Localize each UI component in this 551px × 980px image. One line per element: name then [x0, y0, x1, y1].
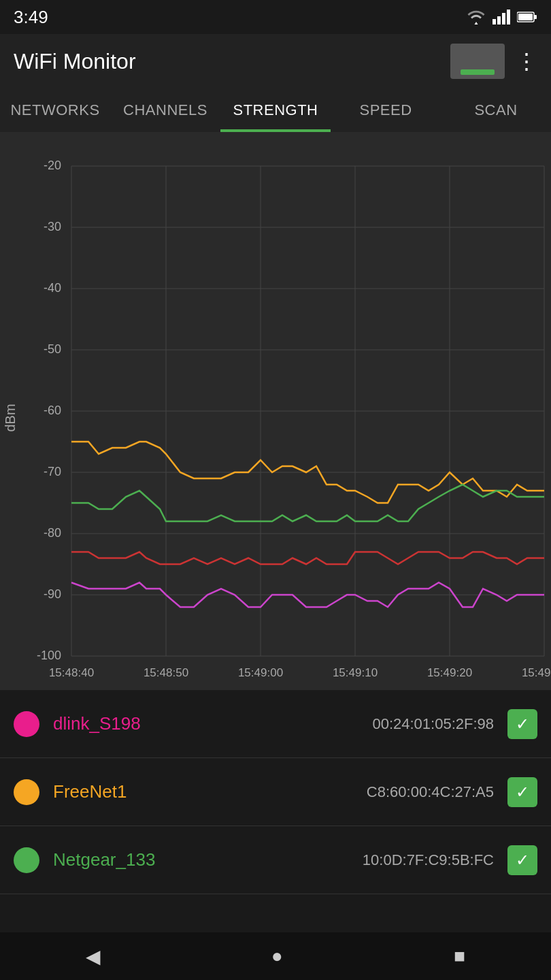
network-dot-netgear [14, 847, 39, 873]
network-dot-dlink [14, 711, 39, 737]
network-list: dlink_S198 00:24:01:05:2F:98 ✓ FreeNet1 … [0, 690, 551, 894]
nav-recent-button[interactable]: ■ [454, 945, 465, 967]
status-icons [467, 10, 537, 24]
tab-bar: NETWORKS CHANNELS STRENGTH SPEED SCAN [0, 88, 551, 132]
network-item-netgear[interactable]: Netgear_133 10:0D:7F:C9:5B:FC ✓ [0, 826, 551, 894]
svg-rect-0 [492, 19, 496, 24]
svg-text:dBm: dBm [3, 404, 18, 431]
svg-rect-3 [507, 10, 510, 24]
battery-icon [517, 11, 537, 23]
strength-chart: dBm -20 -30 -40 -50 -60 -70 -80 -90 -100 [0, 132, 551, 690]
svg-text:-60: -60 [44, 404, 61, 417]
svg-text:-20: -20 [44, 159, 61, 172]
svg-text:15:49:30: 15:49:30 [522, 666, 551, 679]
network-name-freenet: FreeNet1 [53, 781, 367, 802]
bottom-nav: ◀ ● ■ [0, 932, 551, 980]
svg-text:-70: -70 [44, 465, 61, 478]
checkbox-dlink[interactable]: ✓ [507, 709, 537, 739]
signal-icon [492, 10, 510, 24]
tab-channels[interactable]: CHANNELS [110, 88, 220, 132]
checkbox-netgear[interactable]: ✓ [507, 845, 537, 875]
svg-text:15:49:00: 15:49:00 [238, 666, 283, 679]
more-icon[interactable]: ⋮ [516, 48, 537, 74]
network-name-dlink: dlink_S198 [53, 713, 372, 734]
network-mac-freenet: C8:60:00:4C:27:A5 [367, 783, 494, 801]
nav-back-button[interactable]: ◀ [86, 945, 101, 968]
checkbox-freenet[interactable]: ✓ [507, 777, 537, 807]
network-mac-dlink: 00:24:01:05:2F:98 [372, 715, 494, 733]
svg-text:15:48:50: 15:48:50 [144, 666, 188, 679]
tab-speed[interactable]: SPEED [331, 88, 441, 132]
svg-text:-30: -30 [44, 220, 61, 233]
network-mac-netgear: 10:0D:7F:C9:5B:FC [363, 851, 494, 869]
screen-icon-bar [461, 69, 495, 75]
app-bar-actions: ⋮ [450, 44, 537, 79]
svg-text:-90: -90 [44, 587, 61, 601]
network-dot-freenet [14, 779, 39, 805]
svg-text:-50: -50 [44, 342, 61, 356]
network-name-netgear: Netgear_133 [53, 849, 363, 870]
nav-home-button[interactable]: ● [271, 945, 283, 967]
svg-rect-5 [534, 15, 537, 19]
wifi-icon [467, 10, 486, 24]
svg-text:15:49:20: 15:49:20 [427, 666, 472, 679]
status-bar: 3:49 [0, 0, 551, 34]
svg-rect-1 [497, 16, 501, 24]
status-time: 3:49 [14, 7, 48, 28]
screen-icon[interactable] [450, 44, 505, 79]
svg-text:-100: -100 [37, 649, 61, 662]
network-item-dlink[interactable]: dlink_S198 00:24:01:05:2F:98 ✓ [0, 690, 551, 758]
tab-strength[interactable]: STRENGTH [220, 88, 331, 132]
svg-text:-80: -80 [44, 526, 61, 540]
tab-scan[interactable]: SCAN [441, 88, 551, 132]
app-bar: WiFi Monitor ⋮ [0, 34, 551, 88]
chart-container: dBm -20 -30 -40 -50 -60 -70 -80 -90 -100 [0, 132, 551, 690]
svg-rect-6 [518, 14, 533, 20]
svg-text:-40: -40 [44, 281, 61, 295]
svg-text:15:48:40: 15:48:40 [49, 666, 94, 679]
svg-rect-2 [502, 13, 505, 24]
app-title: WiFi Monitor [14, 49, 136, 74]
svg-text:15:49:10: 15:49:10 [333, 666, 378, 679]
tab-networks[interactable]: NETWORKS [0, 88, 110, 132]
network-item-freenet[interactable]: FreeNet1 C8:60:00:4C:27:A5 ✓ [0, 758, 551, 826]
